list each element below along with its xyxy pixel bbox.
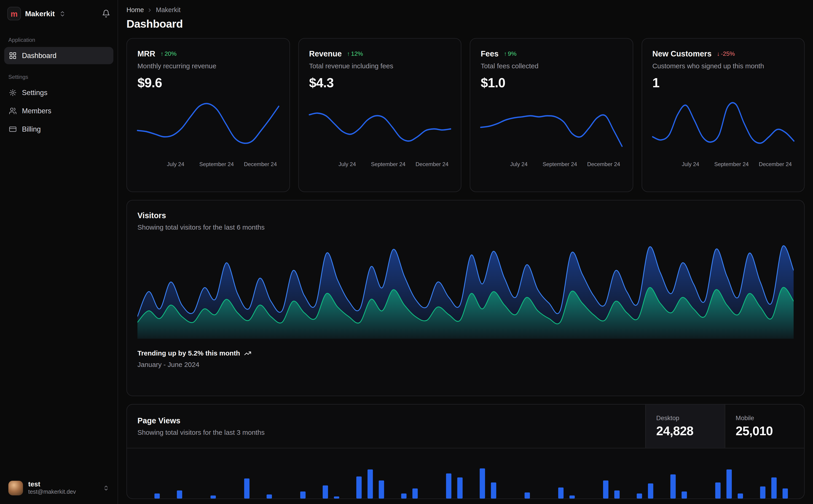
stat-title: New Customers	[652, 49, 712, 58]
gear-icon	[9, 89, 17, 96]
arrow-down-icon: ↓	[717, 50, 720, 56]
users-icon	[9, 107, 17, 115]
page-views-subtitle: Showing total visitors for the last 3 mo…	[137, 429, 635, 436]
desktop-label: Desktop	[656, 414, 715, 422]
breadcrumb: Home Makerkit	[126, 6, 805, 13]
workspace-name: Makerkit	[25, 9, 55, 18]
sidebar-item-settings[interactable]: Settings	[4, 84, 113, 101]
stat-cards-row: MRR ↑20% Monthly recurring revenue $9.6 …	[126, 38, 805, 192]
stat-value: $9.6	[137, 75, 279, 90]
desktop-value: 24,828	[656, 424, 715, 438]
stat-card-revenue: Revenue ↑12% Total revenue including fee…	[298, 38, 461, 192]
makerkit-logo: m	[7, 7, 21, 20]
sidebar-item-label: Dashboard	[22, 52, 56, 59]
mrr-sparkline-chart	[137, 95, 279, 158]
breadcrumb-current: Makerkit	[156, 6, 181, 13]
visitors-title: Visitors	[137, 211, 794, 220]
visitors-card: Visitors Showing total visitors for the …	[126, 200, 805, 396]
page-views-bar-chart	[129, 448, 802, 499]
axis-tick: December 24	[759, 161, 792, 167]
stat-subtitle: Customers who signed up this month	[652, 62, 794, 70]
axis-tick: September 24	[371, 161, 405, 167]
x-axis-labels: July 24 September 24 December 24	[652, 159, 794, 169]
nav-section-settings: Settings	[8, 74, 109, 80]
workspace-selector[interactable]: m Makerkit	[4, 0, 113, 27]
axis-tick: September 24	[199, 161, 234, 167]
sidebar-item-members[interactable]: Members	[4, 102, 113, 119]
trend-badge: ↑20%	[160, 50, 176, 56]
stat-title: Fees	[481, 49, 498, 58]
x-axis-labels: July 24 September 24 December 24	[137, 159, 279, 169]
mobile-value: 25,010	[736, 424, 794, 438]
axis-tick: December 24	[416, 161, 448, 167]
visitors-period: January - June 2024	[137, 361, 794, 369]
page-views-card: Page Views Showing total visitors for th…	[126, 404, 805, 499]
stat-subtitle: Total revenue including fees	[309, 62, 450, 70]
user-email: test@makerkit.dev	[28, 488, 76, 496]
page-views-header: Page Views Showing total visitors for th…	[127, 405, 645, 448]
mobile-label: Mobile	[736, 414, 794, 422]
trend-value: 20%	[165, 50, 177, 56]
trend-value: 9%	[508, 50, 517, 56]
main-content: Home Makerkit Dashboard MRR ↑20% Monthly…	[118, 0, 813, 504]
mobile-stat-toggle[interactable]: Mobile 25,010	[725, 405, 804, 448]
breadcrumb-home-link[interactable]: Home	[126, 6, 144, 13]
axis-tick: July 24	[167, 161, 184, 167]
app-root: m Makerkit Application Dashboard Setting…	[0, 0, 813, 504]
arrow-up-icon: ↑	[347, 50, 350, 56]
customers-sparkline-chart	[652, 95, 794, 158]
stat-value: 1	[652, 75, 794, 90]
sidebar-item-label: Members	[22, 107, 51, 115]
user-info: test test@makerkit.dev	[28, 480, 76, 496]
trending-up-icon	[244, 350, 252, 357]
trend-badge: ↓-25%	[717, 50, 735, 56]
arrow-up-icon: ↑	[504, 50, 507, 56]
axis-tick: September 24	[543, 161, 577, 167]
chevron-right-icon	[147, 7, 153, 13]
visitors-subtitle: Showing total visitors for the last 6 mo…	[137, 223, 794, 231]
user-name: test	[28, 480, 76, 488]
nav-section-application: Application	[8, 37, 109, 43]
visitors-area-chart	[137, 239, 794, 339]
sidebar-item-label: Billing	[22, 125, 41, 133]
trend-badge: ↑12%	[347, 50, 363, 56]
stat-value: $1.0	[481, 75, 622, 90]
credit-card-icon	[9, 125, 17, 133]
stat-title: Revenue	[309, 49, 342, 58]
revenue-sparkline-chart	[309, 95, 450, 158]
trend-value: 12%	[351, 50, 363, 56]
sidebar-item-label: Settings	[22, 89, 47, 96]
x-axis-labels: July 24 September 24 December 24	[481, 159, 622, 169]
sidebar: m Makerkit Application Dashboard Setting…	[0, 0, 118, 504]
stat-title: MRR	[137, 49, 155, 58]
chevrons-up-down-icon	[59, 10, 66, 17]
fees-sparkline-chart	[481, 95, 622, 158]
stat-value: $4.3	[309, 75, 450, 90]
stat-card-fees: Fees ↑9% Total fees collected $1.0 July …	[470, 38, 633, 192]
avatar	[8, 481, 23, 495]
axis-tick: December 24	[244, 161, 277, 167]
sidebar-item-billing[interactable]: Billing	[4, 121, 113, 138]
desktop-stat-toggle[interactable]: Desktop 24,828	[646, 405, 725, 448]
sidebar-item-dashboard[interactable]: Dashboard	[4, 47, 113, 64]
page-title: Dashboard	[126, 18, 805, 30]
stat-subtitle: Monthly recurring revenue	[137, 62, 279, 70]
axis-tick: December 24	[587, 161, 620, 167]
stat-card-mrr: MRR ↑20% Monthly recurring revenue $9.6 …	[126, 38, 290, 192]
trend-value: -25%	[721, 50, 735, 56]
visitors-trend-text: Trending up by 5.2% this month	[137, 349, 240, 357]
page-views-title: Page Views	[137, 416, 635, 425]
stat-card-new-customers: New Customers ↓-25% Customers who signed…	[641, 38, 805, 192]
axis-tick: July 24	[339, 161, 356, 167]
notifications-bell-icon[interactable]	[102, 9, 110, 18]
axis-tick: September 24	[714, 161, 749, 167]
x-axis-labels: July 24 September 24 December 24	[309, 159, 450, 169]
trend-badge: ↑9%	[504, 50, 517, 56]
stat-subtitle: Total fees collected	[481, 62, 622, 70]
dashboard-grid-icon	[9, 52, 17, 59]
arrow-up-icon: ↑	[160, 50, 163, 56]
axis-tick: July 24	[510, 161, 527, 167]
chevrons-up-down-icon	[103, 485, 109, 491]
axis-tick: July 24	[682, 161, 699, 167]
user-menu-trigger[interactable]: test test@makerkit.dev	[4, 477, 113, 499]
